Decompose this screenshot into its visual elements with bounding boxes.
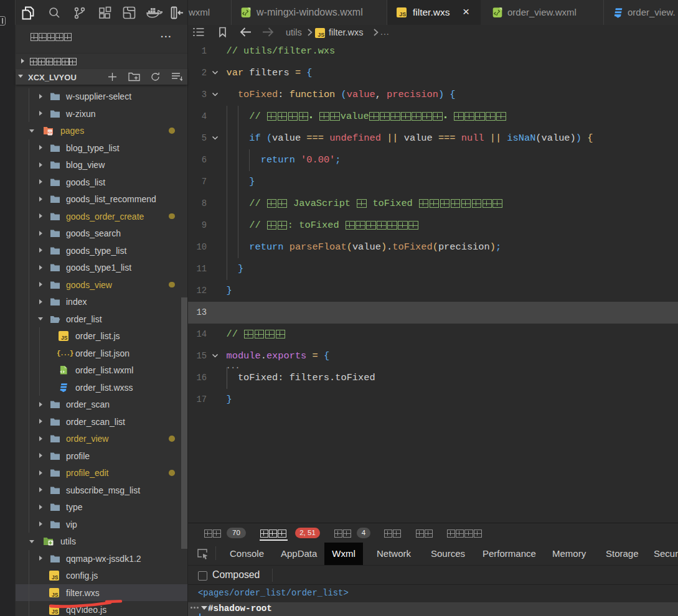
svg-text:<>: <>: [48, 131, 53, 135]
